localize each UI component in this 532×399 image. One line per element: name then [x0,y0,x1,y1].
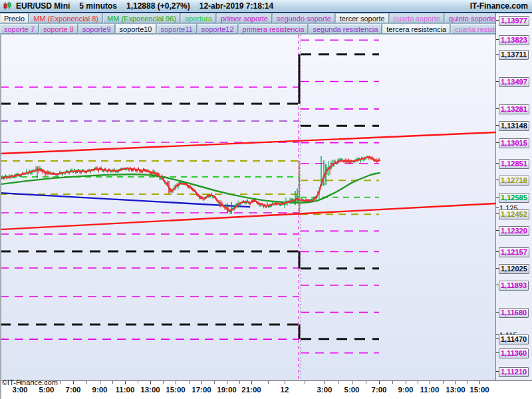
quote-datetime: 12-abr-2019 7:18:14 [200,1,273,11]
price-label-1-11360: 1,11360 [499,348,529,358]
time-minor-tick [60,381,61,384]
legend-item-tercer-soporte[interactable]: tercer soporte [336,13,389,23]
price-label-1-12851: 1,12851 [499,159,529,169]
brand-label: IT-Finance.com [470,1,528,11]
time-tick [285,381,285,384]
legend-item-segunda-resistencia[interactable]: segunda resistencia [309,24,382,34]
time-label-0-3-00: 3:00 [12,386,27,394]
price-label-1-13711: 1,13711 [499,50,529,60]
time-minor-tick [112,381,113,384]
legend-item-quinto-soporte[interactable]: quinto soporte [445,13,495,23]
price-label-1-13977: 1,13977 [499,16,529,26]
time-tick [456,381,456,384]
time-label-8-19-00: 19:00 [217,386,236,394]
time-label-10-12: 12 [281,386,289,394]
time-axis[interactable]: 3:005:007:009:0011:0013:0015:0017:0019:0… [0,380,532,399]
price-label-1-13015: 1,13015 [499,138,529,148]
price-label-1-11680: 1,11680 [499,308,529,318]
time-tick [227,381,227,384]
legend-item-soporte12[interactable]: soporte12 [198,24,238,34]
candle-body [30,173,31,175]
time-label-6-15-00: 15:00 [166,386,185,394]
time-label-3-9-00: 9:00 [92,386,107,394]
time-minor-tick [443,381,444,384]
legend-item-apertura[interactable]: apertura [181,13,216,23]
time-tick [201,381,202,384]
time-label-9-21-00: 21:00 [241,386,261,394]
time-label-5-13-00: 13:00 [140,386,160,394]
price-label-1-11893: 1,11893 [499,281,529,291]
legend-item-soporte9[interactable]: soporte9 [78,24,115,34]
time-minor-tick [239,381,240,384]
price-label-1-11210: 1,11210 [499,367,529,377]
legend-item-precio[interactable]: Precio [0,13,29,23]
time-minor-tick [86,381,87,384]
indicator-legend-row-2: soporte 7soporte 8soporte9soporte10sopor… [0,24,495,35]
legend-item-soporte11[interactable]: soporte11 [157,24,197,34]
time-minor-tick [268,381,269,384]
candle-body [75,172,76,174]
candle-body [5,175,6,177]
legend-item-soporte-7[interactable]: soporte 7 [0,24,39,34]
legend-item-tercera-resistencia[interactable]: tercera resistencia [382,24,450,34]
time-minor-tick [418,381,418,384]
time-label-13-7-00: 7:00 [371,386,386,394]
legend-item-mm-exponencial-8[interactable]: MM (Exponencial 8) [29,13,102,23]
price-label-1-13823: 1,13823 [499,35,529,45]
price-label-1-13281: 1,13281 [499,104,529,114]
time-minor-tick [467,381,468,384]
time-minor-tick [163,381,164,384]
chart-left-border [0,35,1,399]
time-minor-tick [138,381,138,384]
time-label-1-5-00: 5:00 [39,386,54,394]
symbol-name: EUR/USD Mini [16,1,70,11]
legend-item-cuarto-soporte[interactable]: cuarto soporte [390,13,444,23]
time-tick [176,381,176,384]
last-quote: 1,12888 (+0,27%) [126,1,190,11]
chart-window: EUR/USD Mini 5 minutos 1,12888 (+0,27%) … [0,0,532,399]
title-bar: EUR/USD Mini 5 minutos 1,12888 (+0,27%) … [0,0,532,13]
trendline-resistencia-superior [0,132,495,154]
price-label-1-12718: 1,12718 [499,176,529,186]
legend-item-soporte-8[interactable]: soporte 8 [39,24,78,34]
legend-item-cuarta-resistencia[interactable]: cuarta resistencia [451,24,495,34]
price-label-1-13497: 1,13497 [499,77,529,87]
legend-item-primera-resistencia[interactable]: primera resistencia [239,24,309,34]
legend-item-segundo-soporte[interactable]: segundo soporte [273,13,335,23]
time-label-4-11-00: 11:00 [116,386,135,394]
legend-item-primer-soporte[interactable]: primer soporte [217,13,272,23]
time-label-15-11-00: 11:00 [420,386,440,394]
time-label-2-7-00: 7:00 [65,386,80,394]
price-label-1-12025: 1,12025 [499,264,529,274]
timeframe: 5 minutos [79,1,117,11]
price-axis[interactable]: 1,139771,138231,137111,134971,132811,131… [495,13,532,380]
time-label-12-5-00: 5:00 [344,386,359,394]
chart-plot-area[interactable] [0,35,495,380]
time-label-11-3-00: 3:00 [317,386,332,394]
time-minor-tick [338,381,339,384]
legend-item-soporte10[interactable]: soporte10 [116,24,156,34]
price-label-1-12157: 1,12157 [499,247,529,257]
price-label-1-12452: 1,12452 [499,209,529,219]
time-tick [73,381,74,384]
candle-body [138,168,139,170]
candle-body [143,168,144,170]
price-label-1-12585: 1,12585 [499,193,529,203]
watermark: ©IT-Finance.com [2,378,58,386]
time-minor-tick [392,381,393,384]
time-label-17-15-00: 15:00 [469,386,489,394]
time-tick [406,381,406,384]
legend-item-mm-exponencial-96[interactable]: MM (Exponencial 96) [103,13,180,23]
time-tick [352,381,352,384]
time-minor-tick [189,381,190,384]
price-plot [0,35,495,380]
price-label-1-12320: 1,12320 [499,226,529,236]
time-minor-tick [305,381,305,384]
candle-body [131,170,132,172]
time-minor-tick [366,381,366,384]
indicator-legend-row-1: PrecioMM (Exponencial 8)MM (Exponencial … [0,13,495,24]
time-minor-tick [214,381,215,384]
price-label-1-13148: 1,13148 [499,121,529,131]
time-label-7-17-00: 17:00 [192,386,211,394]
time-tick [125,381,126,384]
